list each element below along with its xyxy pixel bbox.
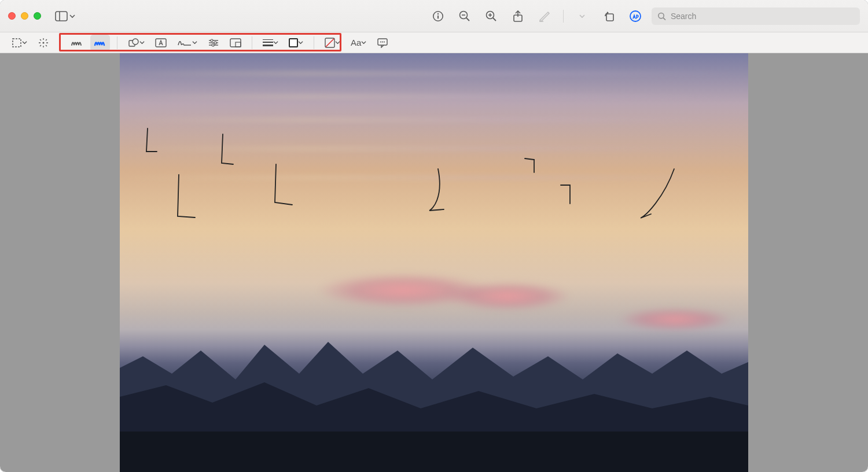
svg-line-18 bbox=[663, 17, 665, 20]
svg-point-45 bbox=[384, 41, 385, 42]
separator bbox=[60, 36, 60, 49]
text-style-label: Aa bbox=[351, 38, 361, 47]
border-color-swatch bbox=[289, 38, 298, 47]
zoom-in-button[interactable] bbox=[481, 7, 502, 25]
svg-point-35 bbox=[214, 42, 216, 44]
zoom-out-button[interactable] bbox=[454, 7, 475, 25]
markup-toolbar: Aa bbox=[0, 32, 868, 53]
line-weight-icon bbox=[263, 39, 273, 46]
adjust-color-button[interactable] bbox=[204, 35, 223, 51]
search-field[interactable] bbox=[652, 8, 860, 25]
shapes-button[interactable] bbox=[124, 35, 148, 51]
sketch-tool-button[interactable] bbox=[67, 35, 87, 51]
traffic-lights bbox=[8, 12, 41, 20]
svg-point-17 bbox=[659, 13, 664, 18]
search-icon bbox=[657, 12, 666, 21]
svg-point-33 bbox=[211, 39, 213, 42]
svg-line-6 bbox=[466, 18, 469, 21]
shape-style-button[interactable] bbox=[259, 35, 282, 51]
close-window-button[interactable] bbox=[8, 12, 16, 20]
separator bbox=[563, 10, 564, 23]
titlebar-right-group bbox=[428, 7, 860, 25]
adjust-size-button[interactable] bbox=[226, 35, 245, 51]
svg-line-9 bbox=[493, 18, 496, 21]
instant-alpha-button[interactable] bbox=[34, 35, 53, 51]
rotate-button[interactable] bbox=[598, 7, 619, 25]
text-tool-button[interactable] bbox=[152, 35, 170, 51]
svg-point-37 bbox=[212, 44, 214, 46]
svg-line-41 bbox=[326, 39, 334, 47]
separator bbox=[117, 36, 117, 49]
sidebar-toggle-button[interactable] bbox=[52, 7, 79, 25]
annotate-button[interactable] bbox=[373, 35, 392, 51]
highlight-dropdown[interactable] bbox=[572, 7, 593, 25]
highlight-button[interactable] bbox=[534, 7, 555, 25]
svg-point-16 bbox=[630, 11, 641, 21]
svg-point-44 bbox=[382, 41, 383, 42]
svg-rect-15 bbox=[606, 14, 613, 21]
draw-tool-button[interactable] bbox=[90, 35, 110, 51]
canvas-area bbox=[0, 53, 868, 472]
svg-rect-19 bbox=[13, 39, 21, 47]
text-style-button[interactable]: Aa bbox=[347, 35, 370, 51]
svg-line-26 bbox=[40, 45, 41, 46]
mountain-silhouette bbox=[120, 287, 748, 472]
app-window: Aa bbox=[0, 0, 868, 472]
fullscreen-window-button[interactable] bbox=[34, 12, 41, 20]
svg-rect-4 bbox=[437, 15, 439, 19]
selection-tool-button[interactable] bbox=[8, 35, 31, 51]
svg-line-24 bbox=[40, 39, 41, 40]
svg-rect-39 bbox=[236, 42, 241, 47]
info-button[interactable] bbox=[428, 7, 448, 25]
fill-color-button[interactable] bbox=[321, 35, 344, 51]
svg-line-27 bbox=[46, 39, 47, 40]
minimize-window-button[interactable] bbox=[21, 12, 28, 20]
titlebar bbox=[0, 0, 868, 32]
sign-button[interactable] bbox=[174, 35, 201, 51]
separator bbox=[314, 36, 314, 49]
search-input[interactable] bbox=[671, 12, 854, 21]
border-color-button[interactable] bbox=[285, 35, 307, 51]
svg-point-3 bbox=[437, 13, 439, 14]
svg-rect-0 bbox=[56, 12, 67, 21]
svg-point-30 bbox=[133, 39, 138, 45]
markup-toggle-button[interactable] bbox=[625, 7, 646, 25]
svg-point-28 bbox=[43, 42, 45, 43]
image-view[interactable] bbox=[120, 53, 748, 472]
svg-point-43 bbox=[380, 41, 381, 42]
separator bbox=[252, 36, 252, 49]
svg-line-25 bbox=[46, 45, 47, 46]
share-button[interactable] bbox=[507, 7, 528, 25]
